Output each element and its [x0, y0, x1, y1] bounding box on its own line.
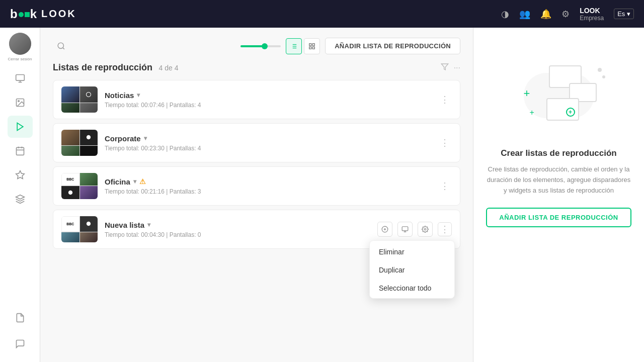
playlist-meta: Tiempo total: 00:23:30 | Pantallas: 4 — [105, 145, 431, 152]
playlist-name: Oficina ▾ ⚠ — [105, 177, 431, 186]
user-info: LOOK Empresa — [580, 7, 604, 22]
playlist-thumbnail: BBC — [61, 216, 98, 242]
sidebar-item-playlists[interactable] — [8, 116, 33, 138]
playlist-name: Corporate ▾ — [105, 134, 431, 143]
illus-screen-3: + — [546, 98, 579, 121]
playlist-item: Corporate ▾ Tiempo total: 00:23:30 | Pan… — [53, 123, 460, 162]
user-name: LOOK — [580, 7, 604, 15]
main: AÑADIR LISTA DE REPRODUCCIÓN Listas de r… — [40, 28, 644, 362]
sidebar-item-schedule[interactable] — [8, 140, 33, 162]
sidebar-item-messages[interactable] — [8, 333, 33, 355]
svg-point-4 — [18, 101, 19, 102]
user-company: Empresa — [580, 15, 604, 22]
settings-playlist-button[interactable] — [418, 222, 433, 237]
filter-button[interactable] — [441, 63, 449, 73]
playlist-item: BBC Nueva lista ▾ Tiempo total: 00:04:30… — [53, 210, 460, 249]
playlist-info: Nueva lista ▾ Tiempo total: 00:04:30 | P… — [105, 221, 370, 238]
svg-rect-23 — [309, 47, 311, 49]
playlist-info: Corporate ▾ Tiempo total: 00:23:30 | Pan… — [105, 134, 431, 152]
toolbar: AÑADIR LISTA DE REPRODUCCIÓN — [53, 38, 460, 54]
svg-marker-5 — [17, 123, 23, 131]
add-playlist-button-toolbar[interactable]: AÑADIR LISTA DE REPRODUCCIÓN — [325, 38, 460, 54]
dropdown-select-all[interactable]: Seleccionar todo — [370, 279, 454, 297]
add-playlist-button-panel[interactable]: AÑADIR LISTA DE REPRODUCCIÓN — [486, 208, 631, 227]
list-view-button[interactable] — [286, 38, 302, 54]
topbar-right: ◑ 👥 🔔 ⚙ LOOK Empresa Es ▾ — [501, 7, 634, 22]
playlist-name: Noticias ▾ — [105, 91, 431, 100]
right-panel-title: Crear listas de reproducción — [501, 148, 617, 158]
sidebar-item-screens[interactable] — [8, 67, 33, 89]
section-count: 4 de 4 — [159, 64, 179, 72]
chevron-down-icon: ▾ — [137, 92, 140, 99]
right-panel-description: Cree listas de reproducción, cambie el o… — [486, 164, 631, 196]
topbar: bk LOOK ◑ 👥 🔔 ⚙ LOOK Empresa Es ▾ — [0, 0, 644, 28]
more-options-button[interactable]: ··· — [454, 63, 460, 72]
playlist-more-button[interactable]: ⋮ — [438, 93, 452, 107]
sidebar-item-widgets[interactable] — [8, 164, 33, 186]
warning-icon: ⚠ — [139, 177, 146, 186]
plus-icon-2: + — [530, 108, 534, 117]
playlist-thumbnail: BBC — [61, 173, 98, 199]
size-slider[interactable] — [240, 45, 281, 47]
logout-label[interactable]: Cerrar sesión — [8, 57, 32, 61]
add-media-button[interactable] — [377, 222, 392, 237]
playlist-thumbnail — [61, 86, 98, 113]
toolbar-right: AÑADIR LISTA DE REPRODUCCIÓN — [240, 38, 460, 54]
svg-rect-0 — [16, 75, 24, 81]
svg-marker-10 — [16, 171, 24, 179]
playlist-name: Nueva lista ▾ — [105, 221, 370, 229]
playlist-item: BBC Oficina ▾ ⚠ Tiempo total: 00:21:16 — [53, 166, 460, 206]
playlist-meta: Tiempo total: 00:04:30 | Pantallas: 0 — [105, 231, 370, 238]
svg-point-12 — [58, 43, 63, 48]
dropdown-delete[interactable]: Eliminar — [370, 243, 454, 261]
logo-text: LOOK — [41, 8, 76, 20]
svg-rect-6 — [16, 147, 24, 155]
playlist-meta: Tiempo total: 00:21:16 | Pantallas: 3 — [105, 188, 431, 195]
right-panel: + + + Crear listas de reproducción Cree … — [473, 28, 644, 362]
playlist-more-button[interactable]: ⋮ — [438, 179, 452, 193]
sidebar-item-layers[interactable] — [8, 188, 33, 210]
bell-icon[interactable]: 🔔 — [540, 9, 551, 20]
svg-line-13 — [62, 48, 64, 49]
view-toggle — [286, 38, 320, 54]
playlist-item: Noticias ▾ Tiempo total: 00:07:46 | Pant… — [53, 80, 460, 119]
chevron-down-icon: ▾ — [147, 221, 150, 228]
search-button[interactable] — [53, 38, 69, 54]
playlist-thumbnail — [61, 130, 98, 156]
svg-rect-28 — [402, 227, 408, 231]
playlist-more-button[interactable]: ⋮ — [438, 222, 452, 236]
dropdown-duplicate[interactable]: Duplicar — [370, 261, 454, 279]
chevron-down-icon: ▾ — [144, 135, 147, 142]
section-title: Listas de reproducción — [53, 62, 152, 72]
playlist-meta: Tiempo total: 00:07:46 | Pantallas: 4 — [105, 102, 431, 109]
grid-view-button[interactable] — [304, 38, 320, 54]
svg-point-31 — [424, 228, 426, 230]
svg-rect-20 — [309, 43, 311, 45]
svg-rect-21 — [312, 43, 314, 45]
section-header: Listas de reproducción 4 de 4 ··· — [53, 62, 460, 73]
dropdown-menu: Eliminar Duplicar Seleccionar todo — [369, 240, 455, 299]
avatar[interactable] — [9, 33, 31, 55]
plus-icon-1: + — [524, 87, 530, 100]
analytics-icon[interactable]: ◑ — [501, 9, 509, 20]
chevron-down-icon: ▾ — [133, 178, 136, 185]
assign-screen-button[interactable] — [397, 222, 413, 237]
playlist-info: Oficina ▾ ⚠ Tiempo total: 00:21:16 | Pan… — [105, 177, 431, 195]
svg-rect-22 — [312, 47, 314, 49]
settings-icon[interactable]: ⚙ — [561, 9, 570, 20]
playlist-action-icons: ⋮ — [377, 222, 452, 237]
toolbar-left — [53, 38, 69, 54]
logo: bk LOOK — [10, 7, 76, 21]
users-icon[interactable]: 👥 — [519, 9, 530, 20]
svg-marker-11 — [16, 195, 24, 199]
illustration: + + + — [509, 58, 609, 138]
language-selector[interactable]: Es ▾ — [614, 9, 634, 19]
sidebar-item-documents[interactable] — [8, 307, 33, 329]
content-area: AÑADIR LISTA DE REPRODUCCIÓN Listas de r… — [40, 28, 473, 362]
section-actions: ··· — [441, 63, 460, 73]
playlist-more-button[interactable]: ⋮ — [438, 136, 452, 150]
playlist-info: Noticias ▾ Tiempo total: 00:07:46 | Pant… — [105, 91, 431, 109]
sidebar-item-media[interactable] — [8, 92, 33, 114]
sidebar: Cerrar sesión — [0, 28, 40, 362]
section-title-area: Listas de reproducción 4 de 4 — [53, 62, 178, 73]
